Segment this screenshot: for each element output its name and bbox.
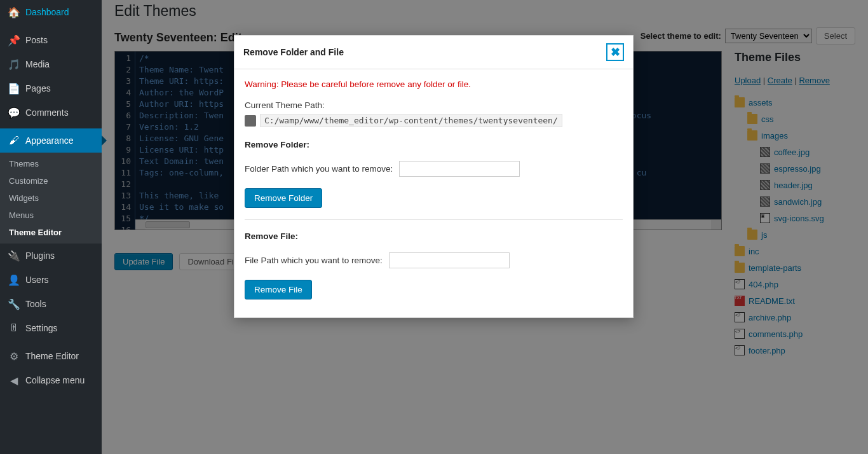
sidebar-item-label: Settings (25, 323, 58, 333)
sidebar-posts[interactable]: 📌Posts (0, 28, 102, 52)
sidebar-tools[interactable]: 🔧Tools (0, 292, 102, 316)
sidebar-item-label: Collapse menu (25, 375, 85, 385)
sliders-icon: 🎚 (8, 322, 20, 334)
sidebar-item-label: Theme Editor (25, 351, 79, 361)
submenu-customize[interactable]: Customize (0, 172, 102, 189)
sidebar-item-label: Plugins (25, 251, 55, 261)
submenu-themes[interactable]: Themes (0, 155, 102, 172)
warning-text: Warning: Please be careful before remove… (245, 79, 623, 89)
divider (245, 219, 623, 220)
file-path-label: File Path which you want to remove: (245, 256, 383, 265)
sidebar-item-label: Appearance (25, 135, 74, 146)
sidebar-item-label: Media (25, 59, 50, 69)
brush-icon: 🖌 (8, 134, 20, 147)
admin-sidebar: 🏠Dashboard 📌Posts 🎵Media 📄Pages 💬Comment… (0, 0, 102, 454)
sidebar-appearance[interactable]: 🖌Appearance (0, 128, 102, 153)
file-path-input[interactable] (389, 252, 510, 268)
home-icon (245, 115, 256, 127)
current-path-label: Current Theme Path: (245, 100, 623, 110)
folder-path-label: Folder Path which you want to remove: (245, 164, 393, 174)
submenu-widgets[interactable]: Widgets (0, 189, 102, 207)
close-icon: ✖ (611, 45, 620, 59)
sidebar-pages[interactable]: 📄Pages (0, 76, 102, 100)
dialog-close-button[interactable]: ✖ (606, 43, 624, 61)
sidebar-item-label: Pages (25, 83, 51, 93)
remove-file-button[interactable]: Remove File (245, 280, 312, 299)
current-path-value: C:/wamp/www/theme_editor/wp-content/them… (260, 114, 562, 127)
appearance-submenu: Themes Customize Widgets Menus Theme Edi… (0, 153, 102, 244)
wrench-icon: 🔧 (8, 298, 20, 310)
folder-path-input[interactable] (399, 161, 520, 177)
sidebar-plugins[interactable]: 🔌Plugins (0, 244, 102, 268)
collapse-icon: ◀ (8, 374, 20, 387)
sidebar-collapse[interactable]: ◀Collapse menu (0, 368, 102, 392)
plug-icon: 🔌 (8, 249, 20, 262)
sidebar-item-label: Posts (25, 35, 48, 45)
submenu-menus[interactable]: Menus (0, 207, 102, 224)
sidebar-settings[interactable]: 🎚Settings (0, 316, 102, 340)
sidebar-item-label: Tools (25, 299, 46, 309)
sidebar-dashboard[interactable]: 🏠Dashboard (0, 0, 102, 24)
page-icon: 📄 (8, 82, 20, 95)
remove-dialog: Remove Folder and File ✖ Warning: Please… (234, 35, 634, 318)
remove-folder-button[interactable]: Remove Folder (245, 188, 322, 208)
gear-icon: ⚙ (8, 350, 20, 362)
sidebar-comments[interactable]: 💬Comments (0, 100, 102, 125)
user-icon: 👤 (8, 273, 20, 286)
sidebar-item-label: Users (25, 275, 49, 285)
submenu-theme-editor[interactable]: Theme Editor (0, 224, 102, 241)
sidebar-item-label: Comments (25, 107, 69, 118)
sidebar-users[interactable]: 👤Users (0, 268, 102, 292)
remove-folder-heading: Remove Folder: (245, 140, 623, 149)
media-icon: 🎵 (8, 58, 20, 71)
remove-file-heading: Remove File: (245, 231, 623, 241)
sidebar-item-label: Dashboard (25, 7, 69, 17)
dialog-title: Remove Folder and File (243, 47, 344, 57)
sidebar-media[interactable]: 🎵Media (0, 52, 102, 76)
comment-icon: 💬 (8, 106, 20, 119)
dashboard-icon: 🏠 (8, 6, 20, 18)
pin-icon: 📌 (8, 34, 20, 46)
sidebar-theme-editor[interactable]: ⚙Theme Editor (0, 344, 102, 368)
